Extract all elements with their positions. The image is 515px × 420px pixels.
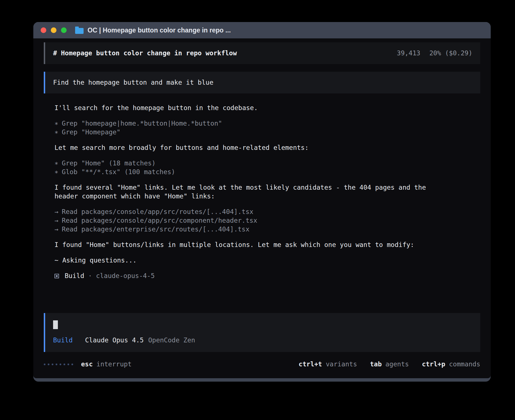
- tool-call-grep: ∗Grep "Homepage": [54, 128, 480, 137]
- session-context-usage: 20% ($0.29): [429, 49, 472, 58]
- shortcut-key: tab: [370, 360, 382, 369]
- window-title-group: OC | Homepage button color change in rep…: [75, 27, 231, 34]
- session-token-count: 39,413: [397, 49, 420, 58]
- terminal-window: OC | Homepage button color change in rep…: [33, 22, 491, 382]
- read-arrow-icon: →: [54, 216, 58, 225]
- tool-asterisk-icon: ∗: [54, 168, 58, 176]
- session-title: # Homepage button color change in repo w…: [53, 49, 237, 58]
- minimize-window-button[interactable]: [51, 27, 56, 33]
- session-header: # Homepage button color change in repo w…: [44, 42, 480, 64]
- shortcut-label: interrupt: [97, 360, 132, 369]
- read-arrow-icon: →: [54, 207, 58, 216]
- shortcut-key: ctrl+p: [422, 360, 445, 369]
- shortcut-commands: ctrl+p commands: [422, 360, 480, 369]
- read-arrow-icon: →: [54, 225, 58, 234]
- tool-call-group: ∗Grep "Home" (18 matches) ∗Glob "**/*.ts…: [54, 159, 480, 176]
- folder-icon: [75, 28, 84, 34]
- tool-call-read: →Read packages/console/app/src/routes/[.…: [54, 207, 480, 216]
- tool-asterisk-icon: ∗: [54, 128, 58, 137]
- assistant-response: I'll search for the homepage button in t…: [44, 93, 480, 280]
- close-window-button[interactable]: [41, 27, 46, 33]
- tool-asterisk-icon: ∗: [54, 119, 58, 128]
- input-model-label: Claude Opus 4.5: [85, 336, 144, 345]
- tool-call-grep: ∗Grep "Home" (18 matches): [54, 159, 480, 168]
- session-stats: 39,413 20% ($0.29): [397, 49, 472, 58]
- traffic-lights: [41, 27, 67, 33]
- terminal-content: # Homepage button color change in repo w…: [33, 38, 491, 378]
- input-meta: Build Claude Opus 4.5 OpenCode Zen: [53, 336, 472, 345]
- tool-call-grep: ∗Grep "homepage|home.*button|Home.*butto…: [54, 119, 480, 128]
- status-right: ctrl+t variants tab agents ctrl+p comman…: [299, 360, 480, 369]
- shortcut-agents: tab agents: [370, 360, 409, 369]
- prompt-input[interactable]: Build Claude Opus 4.5 OpenCode Zen: [44, 313, 480, 352]
- assistant-paragraph: I found "Home" buttons/links in multiple…: [54, 240, 450, 249]
- shortcut-label: agents: [385, 360, 409, 369]
- shortcut-variants: ctrl+t variants: [299, 360, 357, 369]
- agent-square-icon: [54, 274, 59, 278]
- status-bar: esc interrupt ctrl+t variants tab agents…: [44, 360, 480, 369]
- shortcut-label: commands: [449, 360, 480, 369]
- working-spinner-dots: [44, 364, 73, 365]
- zoom-window-button[interactable]: [61, 27, 67, 33]
- titlebar: OC | Homepage button color change in rep…: [33, 22, 491, 38]
- status-left: esc interrupt: [44, 360, 132, 369]
- tool-call-text: Grep "Home" (18 matches): [62, 159, 156, 167]
- assistant-paragraph: I'll search for the homepage button in t…: [54, 104, 450, 112]
- tool-call-text: Glob "**/*.tsx" (100 matches): [62, 168, 175, 176]
- tool-call-read: →Read packages/console/app/src/component…: [54, 216, 480, 225]
- assistant-status-line: ~ Asking questions...: [54, 256, 450, 265]
- tool-call-text: Read packages/console/app/src/component/…: [62, 217, 257, 224]
- input-mode-label: Build: [53, 336, 73, 345]
- user-message: Find the homepage button and make it blu…: [44, 72, 480, 93]
- agent-name: Build: [65, 272, 84, 280]
- window-title: OC | Homepage button color change in rep…: [88, 27, 231, 34]
- tool-call-group: ∗Grep "homepage|home.*button|Home.*butto…: [54, 119, 480, 137]
- shortcut-interrupt: esc interrupt: [81, 360, 132, 369]
- tool-call-text: Grep "Homepage": [62, 128, 121, 136]
- agent-separator: ·: [88, 272, 92, 280]
- input-provider-label: OpenCode Zen: [148, 336, 195, 345]
- tool-asterisk-icon: ∗: [54, 159, 58, 168]
- shortcut-key: esc: [81, 360, 93, 369]
- user-message-text: Find the homepage button and make it blu…: [53, 79, 213, 86]
- agent-model: claude-opus-4-5: [96, 272, 155, 280]
- tool-call-text: Read packages/console/app/src/routes/[..…: [62, 208, 254, 215]
- tool-call-text: Read packages/enterprise/src/routes/[...…: [62, 226, 250, 233]
- tool-call-glob: ∗Glob "**/*.tsx" (100 matches): [54, 168, 480, 176]
- assistant-paragraph: Let me search more broadly for buttons a…: [54, 143, 450, 152]
- tool-call-group: →Read packages/console/app/src/routes/[.…: [54, 207, 480, 234]
- shortcut-label: variants: [326, 360, 357, 369]
- assistant-paragraph: I found several "Home" links. Let me loo…: [54, 183, 450, 201]
- tool-call-text: Grep "homepage|home.*button|Home.*button…: [62, 120, 222, 127]
- shortcut-key: ctrl+t: [299, 360, 322, 369]
- agent-row: Build · claude-opus-4-5: [54, 272, 480, 280]
- tool-call-read: →Read packages/enterprise/src/routes/[..…: [54, 225, 480, 234]
- text-cursor[interactable]: [53, 320, 58, 329]
